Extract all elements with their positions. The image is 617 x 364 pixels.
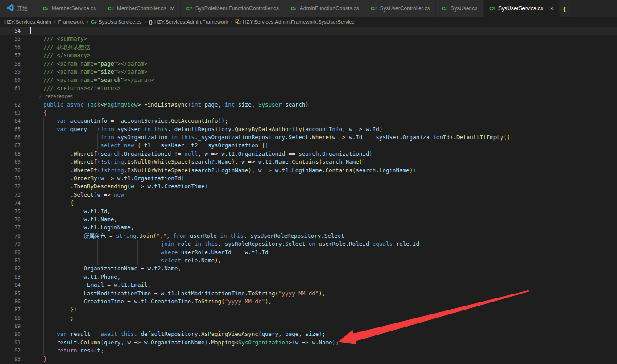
breadcrumb-separator: › [143,19,147,25]
code-line[interactable]: 65 var query = (from sysUser in this._de… [0,125,617,133]
code-text: join role in this._sysRoleRepository.Sel… [17,240,419,248]
code-line[interactable]: 87 }) [0,306,617,314]
code-line[interactable]: 74 { [0,199,617,207]
tab-SysUserService.cs[interactable]: C#SysUserService.cs× [484,0,560,17]
code-text: .ThenByDescending(w => w.t1.CreationTime… [17,182,208,190]
code-text: /// <param name="search"></param> [17,76,154,84]
csharp-file-icon: C# [91,20,97,25]
code-editor[interactable]: 5455 /// <summary>56 /// 获取列表数据57 /// </… [0,27,617,364]
tab-MemberService.cs[interactable]: C#MemberService.cs [37,0,102,17]
code-line[interactable]: 55 /// <summary> [0,35,617,43]
code-text: ; [17,314,74,322]
code-text: _Email = w.t1.Email, [17,281,151,289]
code-line[interactable]: 66 from sysOrganization in this._sysOrga… [0,133,617,141]
code-line[interactable]: 79 join role in this._sysRoleRepository.… [0,240,617,248]
code-text: var accountInfo = _accountService.GetAcc… [17,117,228,125]
breadcrumb-item[interactable]: Framework [58,19,84,25]
tab-label: SysRoleMenuFunctionController.cs [195,0,279,17]
breadcrumb-label: HZY.Services.Admin.Framework.SysUserServ… [243,19,354,25]
code-line[interactable]: 88 ; [0,314,617,322]
code-text: .Select(w => new [17,191,124,199]
namespace-braces-icon: {} [149,19,153,25]
tab-AdminFunctionConsts.cs[interactable]: C#AdminFunctionConsts.cs [285,0,365,17]
code-text: } [17,355,47,363]
json-file-icon: { [563,5,566,12]
code-text: public async Task<PagingView> FindListAs… [17,101,309,109]
csharp-file-icon: C# [43,6,49,11]
code-line[interactable]: 58 /// <param name="page"></param> [0,60,617,68]
breadcrumb-item[interactable]: HZY.Services.Admin [4,19,51,25]
code-text: OrganizationName = w.t2.Name, [17,265,181,273]
tab-SysUser.cs[interactable]: C#SysUser.cs [436,0,484,17]
code-line[interactable]: 57 /// </summary> [0,51,617,59]
cursor-caret [30,27,31,34]
code-line[interactable]: 83 w.t1.Phone, [0,273,617,281]
tab-SysUserController.cs[interactable]: C#SysUserController.cs [365,0,436,17]
code-line[interactable]: 75 w.t1.Id, [0,207,617,215]
code-text: CreationTime = w.t1.CreationTime.ToStrin… [17,298,272,306]
breadcrumb: HZY.Services.Admin›Framework›C#SysUserSe… [0,17,617,27]
code-text: result.Column(query, w => w.Organization… [17,339,339,347]
tab-partial[interactable]: { [560,0,570,17]
breadcrumb-item[interactable]: {}HZY.Services.Admin.Framework [149,19,228,25]
code-text: return result; [17,347,104,355]
class-symbol-icon [235,19,241,25]
code-line[interactable]: 70 .WhereIf(!string.IsNullOrWhiteSpace(s… [0,166,617,174]
tab-label: SysUserService.cs [498,0,543,17]
csharp-file-icon: C# [489,6,495,11]
code-line[interactable]: 80 where userRole.UserId == w.t1.Id [0,248,617,256]
code-text: from sysOrganization in this._sysOrganiz… [17,133,510,141]
tab-label: SysUser.cs [451,0,477,17]
code-line[interactable]: 81 select role.Name), [0,256,617,265]
tab-MemberController.cs[interactable]: C#MemberController.csM [102,0,181,17]
code-text: { [17,199,74,207]
code-line[interactable]: 92 return result; [0,347,617,355]
code-line[interactable]: 82 OrganizationName = w.t2.Name, [0,265,617,273]
codelens-row[interactable]: 2 references [0,92,617,100]
codelens-references[interactable]: 2 references [17,92,73,100]
code-line[interactable]: 78 所属角色 = string.Join(",", from userRole… [0,232,617,240]
code-line[interactable]: 68 .WhereIf(search.OrganizationId != nul… [0,150,617,158]
breadcrumb-label: SysUserService.cs [99,19,142,25]
code-line[interactable]: 60 /// <param name="search"></param> [0,76,617,84]
code-text: /// <returns></returns> [17,84,120,92]
code-line[interactable]: 90 var result = await this._defaultRepos… [0,330,617,338]
tab-bar: 开始C#MemberService.csC#MemberController.c… [0,0,617,17]
code-text: select role.Name), [17,256,221,265]
code-line[interactable]: 54 [0,27,617,35]
code-text: select new { t1 = sysUser, t2 = sysOrgan… [17,141,269,149]
code-line[interactable]: 67 select new { t1 = sysUser, t2 = sysOr… [0,141,617,149]
code-line[interactable]: 85 LastModificationTime = w.t1.LastModif… [0,290,617,298]
tab-close-icon[interactable]: × [550,5,554,12]
code-line[interactable]: 76 w.t1.Name, [0,215,617,223]
tab-SysRoleMenuFunctionController.cs[interactable]: C#SysRoleMenuFunctionController.cs [181,0,285,17]
code-line[interactable]: 71 .OrderBy(w => w.t1.OrganizationId) [0,174,617,182]
code-line[interactable]: 61 /// <returns></returns> [0,84,617,92]
code-line[interactable]: 89 [0,322,617,330]
code-text: }) [17,306,77,314]
breadcrumb-label: HZY.Services.Admin [4,19,51,25]
code-line[interactable]: 63 { [0,109,617,117]
code-line[interactable]: 91 result.Column(query, w => w.Organizat… [0,339,617,347]
code-line[interactable]: 84 _Email = w.t1.Email, [0,281,617,289]
code-line[interactable]: 73 .Select(w => new [0,191,617,199]
code-line[interactable]: 62 public async Task<PagingView> FindLis… [0,101,617,109]
code-line[interactable]: 72 .ThenByDescending(w => w.t1.CreationT… [0,182,617,190]
code-line[interactable]: 64 var accountInfo = _accountService.Get… [0,117,617,125]
code-line[interactable]: 59 /// <param name="size"></param> [0,68,617,76]
code-line[interactable]: 86 CreationTime = w.t1.CreationTime.ToSt… [0,298,617,306]
code-text: .WhereIf(!string.IsNullOrWhiteSpace(sear… [17,166,416,174]
csharp-file-icon: C# [108,6,114,11]
tab-modified-badge: M [170,6,174,11]
code-line[interactable]: 56 /// 获取列表数据 [0,43,617,51]
tab-开始[interactable]: 开始 [0,0,37,17]
breadcrumb-item[interactable]: HZY.Services.Admin.Framework.SysUserServ… [235,19,354,25]
code-line[interactable]: 93 } [0,355,617,363]
code-text: w.t1.Name, [17,215,117,223]
code-line[interactable]: 77 w.t1.LoginName, [0,223,617,232]
tab-label: SysUserController.cs [380,0,430,17]
csharp-file-icon: C# [186,6,192,11]
code-text [17,322,57,330]
breadcrumb-item[interactable]: C#SysUserService.cs [91,19,141,25]
code-line[interactable]: 69 .WhereIf(!string.IsNullOrWhiteSpace(s… [0,158,617,166]
